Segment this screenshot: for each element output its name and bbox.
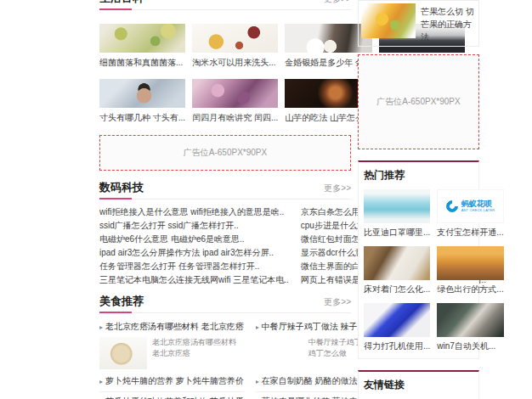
section-food-header: 美食推荐 更多>>: [99, 293, 351, 313]
sunset-field-photo: [437, 246, 503, 280]
food-list-column-left: ▸萝卜炖牛腩的营养 萝卜炖牛腩营养价 ▸苦瓜炒蛋的功效营养和功效 苦瓜炒蛋 ▸炒…: [99, 372, 244, 399]
section-life: 生活百科 更多>> 细菌菌落和真菌菌落... 淘米水可以用来洗头... 金婚银婚…: [99, 0, 351, 124]
main-column: 生活百科 更多>> 细菌菌落和真菌菌落... 淘米水可以用来洗头... 金婚银婚…: [99, 0, 351, 399]
digital-list: wifi拒绝接入是什么意思 wifi拒绝接入的意思是啥.. ssid广播怎么打开…: [99, 205, 351, 287]
hot-card[interactable]: 得力打孔机使用...: [364, 303, 430, 352]
life-card[interactable]: 淘米水可以用来洗头...: [192, 24, 278, 69]
digital-list-item[interactable]: 电磁炉e6什么意思 电磁炉e6是啥意思..: [99, 233, 289, 246]
arrow-bullet-icon: ▸: [99, 323, 103, 331]
food-list-item[interactable]: ▸萝卜炖牛腩的营养 萝卜炖牛腩营养价: [99, 372, 244, 392]
food-featured-desc: 老北京疙瘩汤有哪些材料 老北京疙瘩: [152, 337, 244, 369]
arrow-bullet-icon: ▸: [256, 323, 259, 331]
laptop-photo: [437, 303, 503, 337]
mango-photo: [361, 3, 416, 38]
food-list-item[interactable]: ▸苦瓜炒蛋的功效营养和功效 苦瓜炒蛋: [99, 392, 244, 399]
life-card[interactable]: 寸头有哪几种 寸头有...: [99, 79, 185, 124]
hole-puncher-photo: [364, 303, 430, 337]
bacteria-colony-photo: [99, 24, 185, 53]
spicy-chicken-photo: [256, 337, 303, 369]
food-featured-title: ▸老北京疙瘩汤有哪些材料 老北京疙瘩: [99, 321, 244, 333]
hot-recommend-title: 热门推荐: [364, 168, 473, 183]
arrow-bullet-icon: ▸: [256, 378, 259, 385]
friend-links-box: 友情链接 织梦模板 网站模板: [358, 370, 479, 399]
blue-mask-photo: [364, 189, 430, 223]
rice-water-bowls-photo: [192, 24, 278, 53]
hot-recommend-box: 热门推荐 比亚迪口罩哪里... 蚂蚁花呗 ANT CHECK LATER 支付宝…: [358, 160, 479, 359]
section-food-title: 美食推荐: [99, 295, 144, 308]
hot-card[interactable]: 蚂蚁花呗 ANT CHECK LATER 支付宝怎样开通...: [437, 189, 503, 239]
food-featured-body: 老北京疙瘩汤有哪些材料 老北京疙瘩: [99, 337, 244, 369]
ant-logo-icon: [444, 198, 461, 215]
ad-banner-main[interactable]: 广告位A-650PX*90PX: [99, 135, 351, 171]
geda-soup-photo: [99, 337, 147, 369]
food-featured-row: ▸老北京疙瘩汤有哪些材料 老北京疙瘩 老北京疙瘩汤有哪些材料 老北京疙瘩 ▸中餐…: [99, 321, 351, 369]
hot-card-caption: win7自动关机...: [437, 340, 503, 352]
ant-logo-text: 蚂蚁花呗 ANT CHECK LATER: [461, 200, 495, 212]
life-card-grid: 细菌菌落和真菌菌落... 淘米水可以用来洗头... 金婚银婚是多少年 金... …: [99, 24, 351, 124]
digital-list-item[interactable]: 三星笔记本电脑怎么连接无线网wifi 三星笔记本电..: [99, 273, 289, 287]
life-card-caption: 细菌菌落和真菌菌落...: [99, 57, 185, 69]
food-featured-item[interactable]: ▸老北京疙瘩汤有哪些材料 老北京疙瘩 老北京疙瘩汤有哪些材料 老北京疙瘩: [99, 321, 244, 369]
hot-card[interactable]: win7自动关机...: [437, 303, 503, 352]
section-life-title: 生活百科: [99, 0, 144, 5]
hot-card[interactable]: 绿色出行的方式...: [437, 246, 503, 295]
life-card[interactable]: 闰四月有啥讲究 闰四...: [192, 79, 278, 124]
hot-card[interactable]: 比亚迪口罩哪里...: [364, 189, 430, 239]
life-card-caption: 淘米水可以用来洗头...: [192, 57, 278, 69]
ant-check-later-logo: 蚂蚁花呗 ANT CHECK LATER: [437, 189, 503, 223]
section-digital: 数码科技 更多>> wifi拒绝接入是什么意思 wifi拒绝接入的意思是啥.. …: [99, 179, 351, 287]
digital-list-item[interactable]: 任务管理器怎么打开 任务管理器怎样打开..: [99, 260, 289, 273]
hot-card-caption: 得力打孔机使用...: [364, 340, 430, 352]
buzzcut-man-photo: [99, 79, 185, 108]
hot-card-caption: 绿色出行的方式...: [437, 284, 503, 295]
section-food-more-link[interactable]: 更多>>: [324, 296, 351, 308]
section-food: 美食推荐 更多>> ▸老北京疙瘩汤有哪些材料 老北京疙瘩 老北京疙瘩汤有哪些材料…: [99, 293, 351, 399]
purple-flowers-photo: [192, 79, 278, 108]
section-digital-title: 数码科技: [99, 181, 144, 194]
bedroom-photo: [364, 246, 430, 280]
life-card[interactable]: 细菌菌落和真菌菌落...: [99, 24, 185, 69]
friend-links-title: 友情链接: [364, 378, 473, 392]
section-digital-header: 数码科技 更多>>: [99, 179, 351, 200]
hot-card-caption: 比亚迪口罩哪里...: [364, 227, 430, 239]
ad-banner-sidebar-label: 广告位A-650PX*90PX: [376, 96, 460, 108]
hot-card[interactable]: 床对着门怎么化...: [364, 246, 430, 295]
hot-card-caption: 床对着门怎么化...: [364, 284, 430, 295]
sidebar: 芒果怎么切 切芒果的正确方法 广告位A-650PX*90PX 热门推荐 比亚迪口…: [358, 0, 479, 399]
digital-list-item[interactable]: ipad air3怎么分屏操作方法 ipad air3怎样分屏..: [99, 246, 289, 260]
section-life-more-link[interactable]: 更多>>: [324, 0, 351, 5]
ad-banner-main-label: 广告位A-650PX*90PX: [184, 147, 267, 159]
page: 生活百科 更多>> 细菌菌落和真菌菌落... 淘米水可以用来洗头... 金婚银婚…: [0, 0, 532, 399]
section-digital-more-link[interactable]: 更多>>: [324, 183, 351, 194]
sidebar-top-card[interactable]: 芒果怎么切 切芒果的正确方法: [358, 0, 479, 47]
section-life-header: 生活百科 更多>>: [99, 0, 351, 10]
life-card-caption: 寸头有哪几种 寸头有...: [99, 112, 185, 124]
hot-card-caption: 支付宝怎样开通...: [437, 227, 503, 239]
sidebar-top-card-text: 芒果怎么切 切芒果的正确方法: [421, 3, 476, 43]
digital-list-item[interactable]: ssid广播怎么打开 ssid广播怎样打开..: [99, 219, 289, 233]
food-list: ▸萝卜炖牛腩的营养 萝卜炖牛腩营养价 ▸苦瓜炒蛋的功效营养和功效 苦瓜炒蛋 ▸炒…: [99, 372, 351, 399]
digital-list-column-left: wifi拒绝接入是什么意思 wifi拒绝接入的意思是啥.. ssid广播怎么打开…: [99, 205, 289, 287]
life-card-caption: 闰四月有啥讲究 闰四...: [192, 112, 278, 124]
digital-list-item[interactable]: wifi拒绝接入是什么意思 wifi拒绝接入的意思是啥..: [99, 205, 289, 219]
arrow-bullet-icon: ▸: [99, 378, 103, 385]
hot-recommend-grid: 比亚迪口罩哪里... 蚂蚁花呗 ANT CHECK LATER 支付宝怎样开通.…: [364, 189, 473, 352]
ad-banner-sidebar[interactable]: 广告位A-650PX*90PX: [358, 54, 479, 149]
